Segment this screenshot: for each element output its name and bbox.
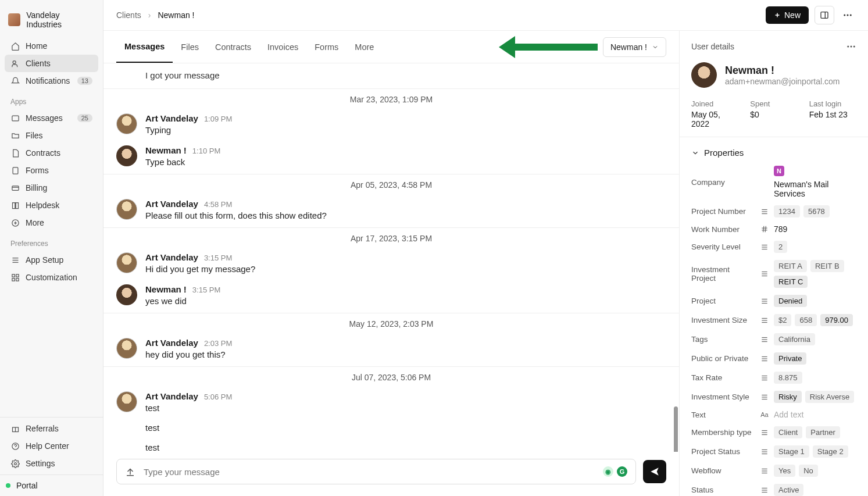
details-header-title: User details — [691, 42, 734, 51]
svg-point-26 — [847, 46, 849, 48]
property-value[interactable]: 789 — [774, 224, 787, 234]
sidebar-item-settings[interactable]: Settings — [5, 455, 98, 472]
property-value[interactable]: Newman's Mail Services — [774, 180, 856, 198]
messages-badge: 25 — [77, 114, 92, 122]
property-label: Text — [691, 411, 755, 419]
property-row: Tax Rate 8.875 — [680, 368, 868, 387]
property-chip[interactable]: 658 — [795, 314, 817, 326]
property-chip[interactable]: No — [799, 465, 818, 477]
property-chip[interactable]: Denied — [774, 295, 807, 307]
property-row: Public or Private Private — [680, 349, 868, 368]
message-input[interactable] — [144, 467, 595, 477]
date-separator: Mar 23, 2023, 1:09 PM — [103, 88, 679, 110]
messages-panel: Messages Files Contracts Invoices Forms … — [103, 31, 680, 496]
sidebar-item-notifications[interactable]: Notifications 13 — [5, 72, 98, 90]
property-chip[interactable]: Stage 1 — [774, 445, 809, 458]
sidebar-item-contracts[interactable]: Contracts — [5, 144, 98, 162]
avatar — [116, 199, 137, 220]
property-chip[interactable]: 8.875 — [774, 372, 802, 384]
property-chip[interactable]: 979.00 — [820, 314, 853, 326]
sidebar-item-messages[interactable]: Messages 25 — [5, 109, 98, 127]
property-chip[interactable]: $2 — [774, 314, 791, 326]
client-dropdown[interactable]: Newman ! — [603, 37, 666, 57]
portal-status[interactable]: Portal — [0, 474, 103, 496]
properties-title: Properties — [704, 148, 744, 158]
main: Clients › Newman ! New Messages Files Co… — [103, 0, 868, 496]
property-chip[interactable]: Partner — [806, 426, 840, 438]
message-row: Art Vandelay 3:15 PM Hi did you get my m… — [103, 249, 679, 281]
svg-rect-14 — [16, 278, 18, 280]
sidebar-item-files[interactable]: Files — [5, 127, 98, 144]
details-panel: User details Newman ! adam+newman@joinpo… — [680, 31, 868, 496]
sidebar-item-customization[interactable]: Customization — [5, 269, 98, 286]
message-text: test test test — [145, 403, 666, 452]
tab-messages[interactable]: Messages — [116, 31, 173, 63]
details-more-icon[interactable] — [846, 41, 856, 52]
property-label: Investment Size — [691, 316, 755, 324]
property-label: Project Number — [691, 207, 755, 216]
tab-invoices[interactable]: Invoices — [259, 32, 306, 62]
clipboard-icon — [10, 166, 20, 175]
breadcrumb-root[interactable]: Clients — [116, 10, 141, 20]
sidebar-item-forms[interactable]: Forms — [5, 162, 98, 179]
property-chip[interactable]: Private — [774, 352, 806, 365]
grammarly-icon[interactable]: ◉ — [603, 466, 613, 477]
client-avatar — [691, 62, 717, 88]
sidebar-item-billing[interactable]: Billing — [5, 179, 98, 197]
sidebar-item-more[interactable]: More — [5, 214, 98, 231]
property-placeholder[interactable]: Add text — [774, 410, 803, 419]
property-label: Tax Rate — [691, 373, 755, 382]
sidebar-item-helpcenter[interactable]: Help Center — [5, 437, 98, 455]
upload-icon[interactable] — [125, 466, 135, 477]
client-dropdown-label: Newman ! — [610, 42, 647, 52]
client-name: Newman ! — [725, 65, 840, 77]
sidebar-item-clients[interactable]: Clients — [5, 55, 98, 72]
sidebar-item-helpdesk[interactable]: Helpdesk — [5, 197, 98, 214]
property-chip[interactable]: Risk Averse — [805, 391, 854, 403]
new-button[interactable]: New — [766, 6, 809, 24]
svg-rect-11 — [12, 274, 14, 276]
sidebar-item-appsetup[interactable]: App Setup — [5, 251, 98, 269]
tab-more[interactable]: More — [347, 32, 382, 62]
messages-scroll[interactable]: I got your message Mar 23, 2023, 1:09 PM… — [103, 63, 679, 452]
sidebar-item-label: More — [26, 218, 92, 227]
property-chip[interactable]: Stage 2 — [813, 445, 848, 458]
property-chip[interactable]: California — [774, 333, 815, 345]
avatar — [116, 284, 137, 305]
property-chip[interactable]: Active — [774, 484, 803, 496]
tab-files[interactable]: Files — [173, 32, 207, 62]
tab-contracts[interactable]: Contracts — [207, 32, 259, 62]
property-chip[interactable]: Client — [774, 426, 802, 438]
sidebar-item-label: App Setup — [26, 255, 92, 265]
more-menu-button[interactable] — [840, 8, 855, 23]
svg-point-23 — [844, 15, 845, 16]
property-chip[interactable]: Risky — [774, 391, 802, 403]
properties-toggle[interactable]: Properties — [680, 137, 868, 162]
sidebar-item-home[interactable]: Home — [5, 37, 98, 55]
sidebar-item-label: Billing — [26, 183, 92, 192]
property-chip[interactable]: 2 — [774, 241, 787, 253]
panel-toggle-button[interactable] — [815, 6, 834, 24]
property-type-icon — [760, 297, 769, 305]
sidebar-item-referrals[interactable]: Referrals — [5, 420, 98, 437]
scrollbar-thumb[interactable] — [674, 406, 678, 452]
svg-line-35 — [765, 226, 766, 233]
svg-point-27 — [851, 46, 852, 48]
property-chip[interactable]: 1234 — [774, 205, 800, 217]
tab-forms[interactable]: Forms — [306, 32, 347, 62]
property-row: Project Denied — [680, 291, 868, 311]
property-chip[interactable]: REIT A — [774, 260, 807, 272]
property-chip[interactable]: REIT C — [774, 276, 808, 288]
message-time: 1:10 PM — [192, 147, 220, 155]
brand[interactable]: Vandelay Industries — [5, 5, 98, 37]
date-separator: Apr 17, 2023, 3:15 PM — [103, 227, 679, 249]
property-type-icon — [760, 208, 769, 216]
property-chip[interactable]: Yes — [774, 465, 795, 477]
send-button[interactable] — [643, 460, 666, 483]
grammarly-icon[interactable]: G — [617, 466, 627, 477]
property-label: Membership type — [691, 428, 755, 437]
property-chip[interactable]: 5678 — [803, 205, 830, 217]
property-type-icon — [760, 374, 769, 382]
property-chip[interactable]: REIT B — [810, 260, 844, 272]
svg-line-34 — [763, 226, 764, 233]
